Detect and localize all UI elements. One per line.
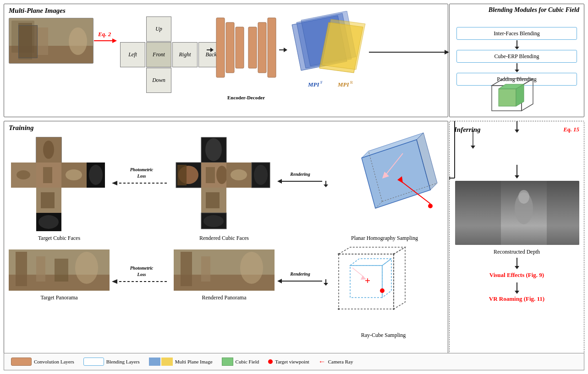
encoder-decoder: Encoder-Decoder	[214, 13, 278, 100]
svg-point-128	[518, 190, 529, 204]
svg-marker-123	[515, 130, 519, 133]
arrow-inferring-eq	[470, 130, 476, 149]
svg-point-114	[338, 253, 340, 255]
svg-marker-119	[324, 184, 328, 187]
svg-marker-139	[449, 176, 450, 180]
svg-text:MPI: MPI	[337, 81, 350, 88]
arrow-cube-to-depth	[514, 165, 520, 179]
depth-label: Reconstructed Depth	[450, 249, 584, 255]
mpi-title: Multi-Plane Images	[9, 7, 66, 15]
section-inferring: Inferring Eq. 15 Reconst	[449, 121, 584, 363]
svg-marker-95	[112, 279, 117, 284]
svg-rect-100	[201, 256, 210, 282]
ray-cube-sampling	[325, 245, 442, 327]
svg-rect-106	[350, 266, 382, 298]
svg-point-4	[69, 27, 87, 55]
svg-text:MPI: MPI	[308, 81, 320, 88]
svg-rect-98	[181, 252, 192, 286]
svg-marker-125	[515, 175, 519, 179]
svg-point-113	[380, 288, 385, 293]
svg-rect-52	[41, 192, 55, 208]
svg-marker-17	[284, 48, 287, 52]
target-panorama-label: Target Panorama	[9, 294, 110, 301]
svg-marker-121	[324, 283, 328, 286]
svg-rect-48	[43, 167, 52, 183]
arrow-eq2	[94, 36, 117, 45]
arrow-from-blending	[514, 121, 520, 133]
svg-point-99	[240, 252, 263, 284]
svg-marker-107	[350, 259, 391, 266]
legend-viewpoint-label: Target viewpoint	[275, 359, 309, 364]
vr-roaming-label: VR Roaming (Fig. 11)	[450, 295, 584, 303]
cube-face-front: Front	[146, 42, 171, 67]
section-blending: Blending Modules for Cubic Field Inter-F…	[449, 4, 584, 117]
target-panorama-img	[9, 249, 110, 291]
target-cubic-faces	[9, 135, 110, 231]
eq15-label: Eq. 15	[563, 126, 579, 133]
svg-marker-136	[471, 146, 475, 149]
arrow-encoder-to-mpi	[279, 45, 287, 54]
arrow-blend-1	[514, 40, 520, 49]
legend-blue-shape	[149, 358, 160, 366]
legend-conv-label: Convolution Layers	[34, 359, 74, 364]
svg-marker-32	[515, 70, 519, 72]
ray-cube-label: Ray-Cube Sampling	[325, 332, 442, 339]
legend-conv-shape	[11, 358, 32, 366]
cube-face-down: Down	[146, 68, 171, 93]
svg-rect-129	[455, 181, 501, 245]
svg-marker-102	[277, 279, 282, 283]
visual-effects-label: Visual Effects (Fig. 9)	[450, 271, 584, 279]
photometric-loss-2: Photometric Loss	[112, 266, 171, 287]
svg-rect-3	[37, 27, 48, 55]
photometric-loss-1: Photometric Loss	[112, 167, 171, 188]
section-mpi: Multi-Plane Images Eq. 2 Up Left Front	[4, 4, 448, 117]
svg-marker-134	[515, 291, 519, 294]
svg-point-68	[231, 169, 247, 180]
arrow-blending-to-training	[449, 121, 461, 183]
svg-marker-105	[394, 247, 405, 309]
svg-point-70	[254, 165, 268, 185]
svg-rect-10	[216, 18, 225, 77]
arrow-from-right-2	[323, 279, 329, 286]
svg-text:F: F	[320, 80, 323, 85]
svg-marker-30	[515, 47, 519, 49]
svg-marker-58	[112, 181, 117, 185]
cube-face-right: Right	[172, 42, 198, 67]
legend-arrow-shape: ←	[319, 358, 326, 366]
svg-marker-28	[445, 50, 449, 54]
blending-title: Blending Modules for Cubic Field	[489, 6, 579, 14]
svg-point-74	[203, 215, 224, 227]
svg-rect-92	[36, 256, 45, 282]
svg-point-44	[43, 141, 54, 159]
svg-point-56	[38, 215, 59, 229]
cube-face-left: Left	[120, 42, 145, 67]
legend-convolution: Convolution Layers	[11, 358, 74, 366]
target-cubic-label: Target Cubic Faces	[9, 235, 110, 242]
svg-point-117	[393, 308, 395, 310]
svg-rect-65	[206, 167, 215, 183]
legend-blend-label: Blending Layers	[106, 359, 140, 364]
svg-marker-76	[277, 179, 282, 184]
mpi-visualization: MPI F MPI R	[287, 11, 368, 100]
svg-rect-13	[248, 27, 257, 68]
legend-yellow-shape	[161, 358, 173, 366]
svg-rect-130	[547, 181, 579, 245]
svg-rect-14	[258, 22, 266, 73]
blend-box-interfaces: Inter-Faces Blending	[456, 27, 577, 40]
svg-marker-7	[112, 38, 117, 43]
arrow-blend-2	[514, 63, 520, 72]
legend-viewpoint: Target viewpoint	[268, 359, 309, 364]
rendered-panorama-img	[174, 249, 275, 291]
svg-point-66	[216, 166, 227, 184]
depth-image	[455, 181, 578, 245]
legend-cubic: Cubic Field	[222, 358, 259, 366]
legend-cubic-shape	[222, 358, 233, 366]
svg-rect-72	[206, 192, 220, 208]
svg-point-60	[205, 138, 222, 161]
planar-homography	[325, 130, 444, 231]
svg-rect-63	[177, 165, 187, 185]
encoder-decoder-label: Encoder-Decoder	[214, 95, 278, 100]
svg-rect-2	[18, 23, 32, 60]
svg-marker-9	[210, 48, 214, 52]
svg-point-50	[66, 169, 82, 180]
